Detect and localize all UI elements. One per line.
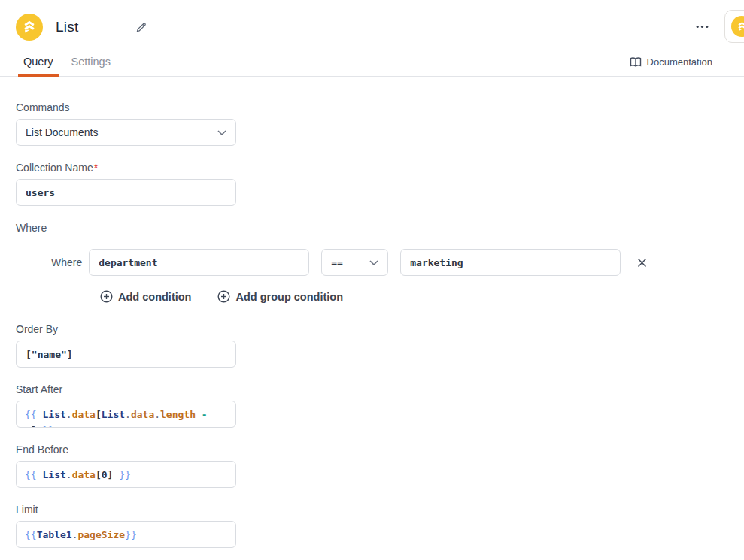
close-icon [637, 258, 647, 268]
delete-condition-button[interactable] [634, 255, 650, 271]
tabs: Query Settings [18, 47, 123, 76]
end-before-code-input[interactable]: {{ List.data[0] }} [16, 461, 236, 488]
rename-button[interactable] [135, 21, 147, 33]
query-header: List [0, 0, 744, 41]
where-label: Where [16, 222, 744, 234]
commands-select[interactable]: List Documents [16, 119, 236, 146]
where-operator-select[interactable]: == [321, 249, 388, 276]
limit-code-input[interactable]: {{Table1.pageSize}} [16, 521, 236, 548]
page-title: List [56, 19, 78, 35]
tab-settings[interactable]: Settings [66, 47, 116, 76]
order-by-label: Order By [16, 323, 744, 335]
plus-circle-icon [100, 290, 113, 303]
editor-tabbar: Query Settings Documentation [0, 47, 744, 77]
add-group-condition-label: Add group condition [235, 291, 343, 303]
documentation-link[interactable]: Documentation [630, 56, 712, 76]
where-key-input[interactable] [89, 249, 309, 276]
firestore-icon [736, 20, 744, 33]
start-after-label: Start After [16, 383, 744, 395]
collection-name-input[interactable] [16, 179, 236, 206]
order-by-input[interactable] [16, 341, 236, 368]
where-group: Where Where == [16, 222, 744, 303]
commands-label: Commands [16, 101, 744, 114]
end-before-label: End Before [16, 443, 744, 456]
add-group-condition-button[interactable]: Add group condition [217, 290, 343, 303]
datasource-logo [16, 14, 43, 41]
where-actions-row: Add condition Add group condition [100, 290, 744, 303]
pencil-icon [135, 21, 147, 33]
query-form: Commands List Documents Collection Name*… [0, 101, 744, 548]
tab-query[interactable]: Query [18, 47, 59, 76]
add-condition-label: Add condition [118, 291, 191, 303]
collection-name-label: Collection Name* [16, 162, 744, 174]
required-asterisk: * [94, 162, 98, 174]
firestore-icon [21, 19, 38, 35]
book-icon [630, 56, 642, 68]
where-value-input[interactable] [400, 249, 621, 276]
chevron-down-icon [217, 130, 226, 135]
more-options-button[interactable] [694, 20, 710, 33]
datasource-selector-button[interactable] [724, 10, 744, 43]
limit-label: Limit [16, 504, 744, 516]
datasource-logo-small [731, 16, 744, 37]
plus-circle-icon [217, 290, 230, 303]
chevron-down-icon [369, 260, 378, 265]
where-condition-row: Where == [51, 249, 744, 276]
documentation-label: Documentation [647, 56, 712, 68]
where-row-label: Where [51, 256, 82, 268]
ellipsis-icon [696, 25, 709, 29]
where-operator-value: == [331, 257, 343, 268]
start-after-code-input[interactable]: {{ List.data[List.data.length -1] }} [16, 401, 236, 428]
add-condition-button[interactable]: Add condition [100, 290, 191, 303]
commands-selected-value: List Documents [26, 126, 98, 138]
